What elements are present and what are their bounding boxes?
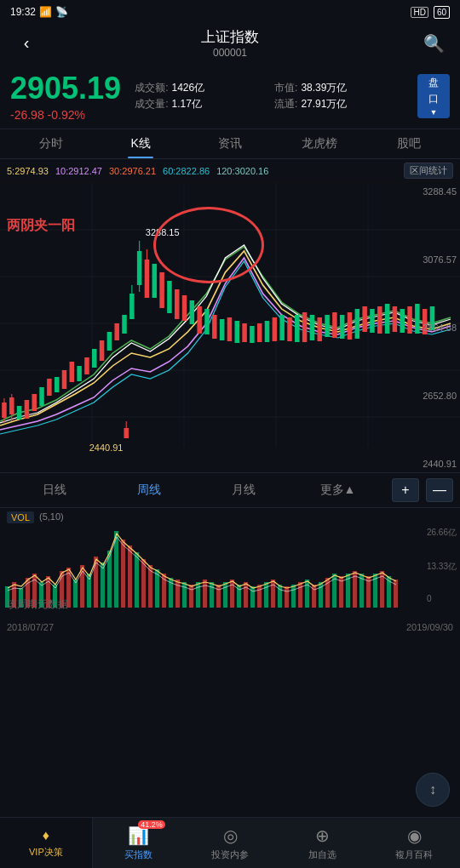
svg-rect-65: [355, 309, 360, 339]
plate-arrow: ▼: [430, 108, 438, 117]
nav-buy[interactable]: 📊 41.2% 买指数: [93, 818, 185, 868]
svg-rect-26: [100, 340, 105, 361]
svg-rect-74: [423, 309, 428, 334]
plate-button[interactable]: 盘 口 ▼: [417, 74, 450, 118]
svg-rect-116: [257, 585, 262, 608]
svg-rect-47: [220, 319, 225, 340]
tab-guba[interactable]: 股吧: [364, 129, 453, 158]
zoom-out-button[interactable]: —: [426, 478, 453, 502]
nav-vip[interactable]: ♦ VIP决策: [0, 818, 93, 868]
period-monthly[interactable]: 月线: [196, 479, 290, 501]
status-left: 19:32 📶 📡: [10, 6, 68, 18]
nav-buy-label: 买指数: [124, 848, 152, 861]
nav-favorite[interactable]: ⊕ 加自选: [276, 818, 368, 868]
svg-rect-41: [175, 289, 180, 319]
annotation-text: 两阴夹一阳: [7, 217, 75, 235]
svg-rect-117: [264, 582, 268, 608]
market-cap-label: 市值:: [274, 81, 297, 95]
svg-rect-111: [223, 582, 227, 608]
svg-rect-108: [203, 580, 207, 608]
circulation-label: 流通:: [274, 97, 297, 111]
svg-rect-112: [230, 580, 234, 608]
volume-section: VOL (5,10): [0, 508, 460, 619]
bottom-nav: ♦ VIP决策 📊 41.2% 买指数 ◎ 投资内参 ⊕ 加自选 ◉ 複月百科: [0, 817, 460, 868]
svg-rect-36: [145, 260, 150, 298]
svg-text:3288.15: 3288.15: [146, 227, 180, 237]
svg-rect-39: [159, 272, 164, 308]
market-cap-value: 38.39万亿: [301, 81, 347, 95]
svg-rect-105: [182, 582, 187, 608]
main-tabs: 分时 K线 资讯 龙虎榜 股吧: [0, 129, 460, 159]
tab-fenshi[interactable]: 分时: [7, 129, 96, 158]
search-button[interactable]: 🔍: [421, 33, 446, 54]
favorite-icon: ⊕: [315, 825, 330, 846]
float-button[interactable]: ↕: [416, 773, 450, 807]
svg-rect-114: [244, 582, 248, 608]
tab-longhu[interactable]: 龙虎榜: [274, 129, 364, 158]
ma10: 10:2912.47: [55, 166, 102, 176]
vol-y-3: 0: [427, 594, 457, 603]
price-section: 2905.19 -26.98 -0.92% 成交额: 1426亿 市值: 38.…: [0, 64, 460, 129]
svg-rect-15: [17, 406, 22, 420]
vol-header: VOL (5,10): [0, 508, 460, 527]
nav-wiki[interactable]: ◉ 複月百科: [368, 818, 460, 868]
svg-rect-18: [39, 387, 44, 406]
svg-rect-9: [2, 403, 7, 418]
svg-rect-53: [265, 321, 270, 342]
svg-rect-21: [62, 370, 67, 389]
wiki-icon: ◉: [407, 825, 422, 846]
zoom-in-button[interactable]: +: [392, 478, 419, 502]
svg-rect-25: [92, 349, 97, 368]
svg-rect-55: [279, 315, 285, 340]
vol-y-1: 26.66亿: [427, 527, 457, 539]
svg-rect-106: [189, 585, 193, 608]
svg-rect-30: [129, 294, 135, 319]
svg-rect-122: [298, 582, 302, 608]
svg-rect-20: [55, 377, 60, 392]
volume-label: 成交量:: [135, 97, 168, 111]
back-button[interactable]: ‹: [14, 33, 39, 53]
invest-icon: ◎: [223, 825, 238, 846]
battery: 60: [434, 6, 450, 19]
signal-icon: 📶: [39, 6, 52, 18]
tab-zixun[interactable]: 资讯: [186, 129, 275, 158]
nav-invest[interactable]: ◎ 投资内参: [185, 818, 277, 868]
no-data-text: 该周期无数据: [7, 597, 68, 612]
date-end: 2019/09/30: [406, 622, 453, 632]
svg-rect-38: [152, 264, 158, 298]
chart-container[interactable]: 3288.15: [0, 183, 460, 472]
period-weekly[interactable]: 周线: [101, 479, 196, 501]
svg-rect-109: [210, 582, 214, 608]
tab-kline[interactable]: K线: [96, 129, 186, 158]
svg-rect-121: [291, 585, 296, 608]
nav-favorite-label: 加自选: [308, 848, 336, 861]
svg-rect-97: [128, 545, 132, 608]
header-title: 上证指数 000001: [39, 27, 421, 59]
svg-rect-96: [121, 540, 125, 608]
plate-label: 盘: [428, 76, 439, 90]
svg-rect-28: [114, 323, 119, 340]
svg-rect-99: [141, 559, 146, 608]
plate-label2: 口: [428, 92, 439, 106]
date-range: 2018/07/27 2019/09/30: [0, 619, 460, 636]
period-daily[interactable]: 日线: [7, 479, 101, 501]
svg-rect-62: [332, 312, 337, 338]
nav-wiki-label: 複月百科: [395, 848, 433, 861]
ma30: 30:2976.21: [109, 166, 156, 176]
period-more[interactable]: 更多▲: [290, 483, 385, 498]
svg-rect-24: [84, 357, 89, 374]
status-right: HD 60: [411, 6, 450, 19]
svg-rect-60: [317, 317, 322, 341]
header: ‹ 上证指数 000001 🔍: [0, 24, 460, 64]
hd-icon: HD: [411, 7, 428, 18]
stat-button[interactable]: 区间统计: [404, 163, 453, 179]
svg-rect-115: [250, 586, 255, 608]
svg-rect-104: [175, 580, 180, 608]
svg-rect-40: [167, 281, 172, 313]
svg-rect-59: [310, 315, 315, 340]
svg-rect-54: [273, 317, 278, 341]
svg-rect-58: [302, 312, 308, 342]
svg-rect-67: [370, 309, 375, 333]
svg-rect-52: [257, 323, 262, 342]
time: 19:32: [10, 6, 36, 18]
